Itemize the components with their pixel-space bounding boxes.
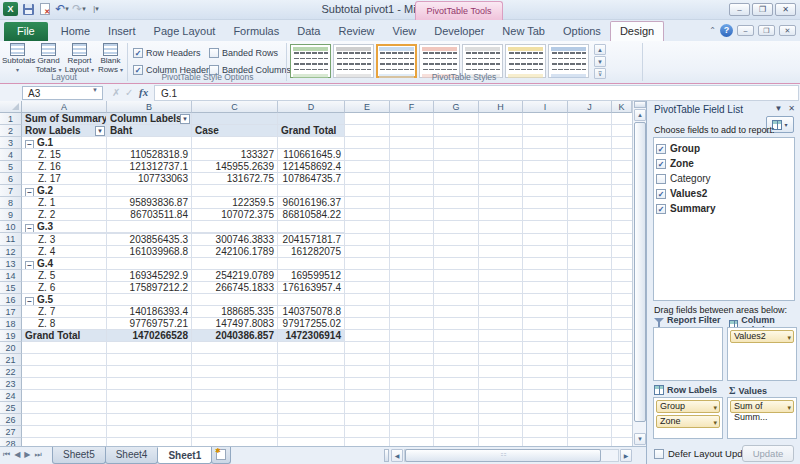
pivot-cell[interactable]: 121458692.4 bbox=[278, 161, 345, 173]
pivot-cell[interactable]: 2040386.857 bbox=[192, 330, 278, 342]
tab-insert[interactable]: Insert bbox=[99, 22, 145, 41]
column-header-J[interactable]: J bbox=[568, 101, 612, 113]
pivot-cell[interactable]: 204157181.7 bbox=[278, 234, 345, 246]
tab-data[interactable]: Data bbox=[288, 22, 329, 41]
first-sheet-icon[interactable]: ⏮ bbox=[3, 450, 10, 460]
row-header-7[interactable]: 7 bbox=[0, 185, 22, 197]
tab-file[interactable]: File bbox=[4, 22, 48, 41]
column-header-E[interactable]: E bbox=[345, 101, 390, 113]
column-header-D[interactable]: D bbox=[278, 101, 345, 113]
pivot-cell[interactable]: −G.5 bbox=[22, 294, 107, 306]
row-header-13[interactable]: 13 bbox=[0, 258, 22, 270]
pivot-cell[interactable]: 254219.0789 bbox=[192, 270, 278, 282]
sheet-tab-sheet5[interactable]: Sheet5 bbox=[52, 447, 106, 464]
pivot-cell[interactable]: Z. 8 bbox=[22, 318, 107, 330]
area-box-column-labels[interactable]: Values2 bbox=[727, 327, 797, 381]
tab-formulas[interactable]: Formulas bbox=[224, 22, 288, 41]
worksheet-grid[interactable]: ABCDEFGHIJK 1234567891011121314151617181… bbox=[0, 101, 646, 446]
filter-dropdown-icon[interactable]: ▼ bbox=[180, 114, 190, 124]
pivot-cell[interactable]: 1472306914 bbox=[278, 330, 345, 342]
row-header-22[interactable]: 22 bbox=[0, 366, 22, 378]
field-item-zone[interactable]: ✓Zone bbox=[656, 156, 792, 171]
workbook-minimize-button[interactable]: – bbox=[737, 25, 754, 36]
column-header-A[interactable]: A bbox=[22, 101, 107, 113]
pivot-cell[interactable]: 86810584.22 bbox=[278, 209, 345, 221]
pivot-cell[interactable]: 140186393.4 bbox=[107, 306, 192, 318]
pivot-cell[interactable]: 86703511.84 bbox=[107, 209, 192, 221]
column-header-G[interactable]: G bbox=[434, 101, 479, 113]
grand-totals-button[interactable]: GrandTotals ▾ bbox=[33, 41, 64, 75]
pivot-cell[interactable]: Grand Total bbox=[22, 330, 107, 342]
panel-menu-icon[interactable]: ▼ bbox=[774, 104, 782, 113]
enter-icon[interactable]: ✓ bbox=[125, 87, 133, 98]
scroll-right-icon[interactable]: ▶ bbox=[620, 449, 632, 462]
row-header-23[interactable]: 23 bbox=[0, 378, 22, 390]
filter-dropdown-icon[interactable]: ▼ bbox=[95, 126, 105, 136]
field-button-values2[interactable]: Values2 bbox=[730, 330, 794, 343]
insert-function-icon[interactable]: fx bbox=[139, 86, 148, 98]
pivot-cell[interactable]: 133327 bbox=[192, 149, 278, 161]
pivot-cell[interactable] bbox=[192, 113, 278, 125]
pivot-cell[interactable]: −G.3 bbox=[22, 221, 107, 233]
field-item-group[interactable]: ✓Group bbox=[656, 141, 792, 156]
defer-layout-checkbox[interactable] bbox=[654, 449, 664, 459]
row-header-21[interactable]: 21 bbox=[0, 354, 22, 366]
row-header-3[interactable]: 3 bbox=[0, 137, 22, 149]
pivot-cell[interactable]: Z. 17 bbox=[22, 173, 107, 185]
pivot-cell[interactable]: 110661645.9 bbox=[278, 149, 345, 161]
row-header-27[interactable]: 27 bbox=[0, 426, 22, 438]
pivot-cell[interactable]: Row Labels▼ bbox=[22, 125, 107, 137]
pivot-cell[interactable]: 96016196.37 bbox=[278, 197, 345, 209]
pivot-cell[interactable] bbox=[107, 221, 192, 233]
column-header-F[interactable]: F bbox=[390, 101, 434, 113]
workbook-restore-button[interactable]: ❐ bbox=[758, 25, 775, 36]
pivot-cell[interactable]: 107072.375 bbox=[192, 209, 278, 221]
field-checkbox-icon[interactable]: ✓ bbox=[656, 144, 666, 154]
field-button-group[interactable]: Group bbox=[656, 400, 720, 413]
pivot-cell[interactable]: Z. 3 bbox=[22, 234, 107, 246]
pivot-cell[interactable]: 122359.5 bbox=[192, 197, 278, 209]
pivot-cell[interactable]: Z. 6 bbox=[22, 282, 107, 294]
pivot-cell[interactable]: Z. 1 bbox=[22, 197, 107, 209]
pivot-cell[interactable]: Z. 2 bbox=[22, 209, 107, 221]
row-header-19[interactable]: 19 bbox=[0, 330, 22, 342]
area-box-row-labels[interactable]: GroupZone bbox=[653, 397, 723, 439]
scroll-left-icon[interactable]: ◀ bbox=[391, 449, 403, 462]
last-sheet-icon[interactable]: ⏭ bbox=[35, 450, 42, 460]
pivot-cell[interactable]: 176163957.4 bbox=[278, 282, 345, 294]
restore-button[interactable]: ❐ bbox=[752, 3, 773, 16]
pivot-cell[interactable] bbox=[107, 258, 192, 270]
area-box-report-filter[interactable] bbox=[653, 327, 723, 381]
prev-sheet-icon[interactable]: ◀ bbox=[14, 450, 20, 460]
row-header-11[interactable]: 11 bbox=[0, 233, 22, 245]
column-header-C[interactable]: C bbox=[192, 101, 278, 113]
scroll-up-icon[interactable]: ▲ bbox=[634, 109, 646, 121]
pivot-cell[interactable] bbox=[192, 258, 278, 270]
gallery-scroll-down-button[interactable]: ▼ bbox=[594, 56, 606, 67]
pivot-cell[interactable]: Z. 5 bbox=[22, 270, 107, 282]
pivot-cell[interactable]: 97769757.21 bbox=[107, 318, 192, 330]
pivot-cell[interactable]: 266745.1833 bbox=[192, 282, 278, 294]
tab-view[interactable]: View bbox=[384, 22, 426, 41]
pivot-cell[interactable]: 110528318.9 bbox=[107, 149, 192, 161]
tab-page-layout[interactable]: Page Layout bbox=[145, 22, 225, 41]
pivot-cell[interactable]: 188685.335 bbox=[192, 306, 278, 318]
pivot-cell[interactable] bbox=[192, 185, 278, 197]
vertical-scroll-thumb[interactable] bbox=[634, 122, 646, 422]
cancel-icon[interactable]: ✗ bbox=[112, 87, 120, 98]
pivot-cell[interactable] bbox=[192, 137, 278, 149]
pivot-cell[interactable] bbox=[278, 113, 345, 125]
pivot-cell[interactable]: Column Labels▼ bbox=[107, 113, 192, 125]
pivot-cell[interactable]: 95893836.87 bbox=[107, 197, 192, 209]
field-button-zone[interactable]: Zone bbox=[656, 415, 720, 428]
pivot-cell[interactable] bbox=[278, 137, 345, 149]
pivot-cell[interactable]: 300746.3833 bbox=[192, 234, 278, 246]
pivot-cell[interactable]: −G.2 bbox=[22, 185, 107, 197]
collapse-icon[interactable]: − bbox=[25, 224, 34, 233]
area-box-values[interactable]: Sum of Summ... bbox=[727, 397, 797, 439]
name-box[interactable]: A3 bbox=[22, 86, 103, 100]
row-header-25[interactable]: 25 bbox=[0, 402, 22, 414]
insert-worksheet-button[interactable] bbox=[211, 447, 231, 464]
row-header-5[interactable]: 5 bbox=[0, 161, 22, 173]
row-header-1[interactable]: 1 bbox=[0, 113, 22, 125]
